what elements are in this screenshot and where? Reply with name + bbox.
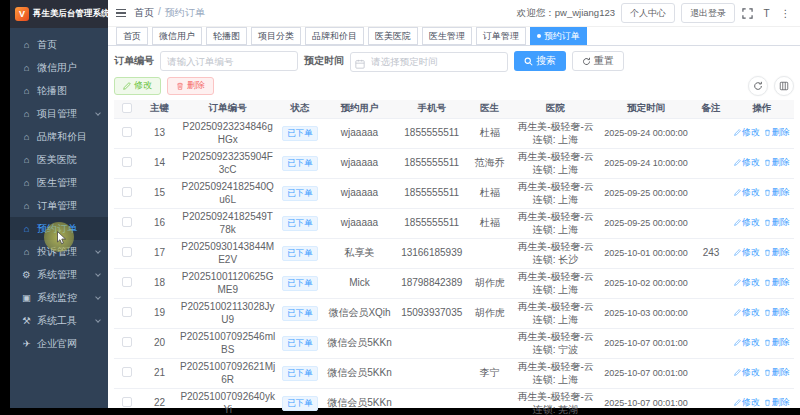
row-edit-link[interactable]: 修改 <box>734 127 760 138</box>
row-edit-link[interactable]: 修改 <box>734 157 760 168</box>
select-all-checkbox[interactable] <box>122 103 132 113</box>
username: pw_wjiang123 <box>555 7 615 18</box>
row-delete-link[interactable]: 删除 <box>764 217 790 228</box>
row-checkbox[interactable] <box>122 187 132 197</box>
welcome-text: 欢迎您：pw_wjiang123 <box>517 7 615 20</box>
cell-id: 21 <box>140 359 178 389</box>
row-edit-link[interactable]: 修改 <box>734 367 760 378</box>
row-checkbox[interactable] <box>122 217 132 227</box>
row-delete-link[interactable]: 删除 <box>764 157 790 168</box>
cell-phone: 18798842389 <box>396 269 468 299</box>
search-button[interactable]: 搜索 <box>514 51 566 71</box>
status-badge: 已下单 <box>282 336 318 351</box>
menu-item-icon: ⌂ <box>21 154 32 165</box>
order-no-input[interactable] <box>160 51 298 71</box>
row-delete-link[interactable]: 删除 <box>764 367 790 378</box>
menu-item-icon: ⌂ <box>21 177 32 188</box>
sidebar-menu-item[interactable]: ▣ 系统监控 <box>10 286 108 309</box>
sidebar-menu-item[interactable]: ⌂ 项目管理 <box>10 102 108 125</box>
menu-item-icon: ⌂ <box>21 85 32 96</box>
sidebar-menu-item[interactable]: ⌂ 订单管理 <box>10 194 108 217</box>
sidebar-menu-item[interactable]: ⌂ 预约订单 <box>10 217 108 240</box>
row-delete-link[interactable]: 删除 <box>764 247 790 258</box>
row-checkbox[interactable] <box>122 397 132 407</box>
refresh-icon <box>582 57 591 66</box>
row-edit-link[interactable]: 修改 <box>734 277 760 288</box>
sidebar-menu-item[interactable]: ⌂ 微信用户 <box>10 56 108 79</box>
row-delete-link[interactable]: 删除 <box>764 337 790 348</box>
cell-id: 20 <box>140 329 178 359</box>
tab[interactable]: 医生管理 <box>422 27 472 45</box>
row-checkbox[interactable] <box>122 307 132 317</box>
cell-user: wjaaaaa <box>323 179 396 209</box>
cell-hospital: 再生美-极轻奢-云连锁: 宁波 <box>512 329 599 359</box>
row-checkbox[interactable] <box>122 367 132 377</box>
pen-icon <box>734 249 741 256</box>
row-checkbox[interactable] <box>122 337 132 347</box>
cell-hospital: 再生美-极轻奢-云连锁: 上海 <box>512 179 599 209</box>
app-logo: V 再生美后台管理系统 <box>10 0 108 28</box>
column-settings-icon[interactable] <box>774 76 794 96</box>
pen-icon <box>123 82 131 90</box>
row-checkbox[interactable] <box>122 127 132 137</box>
cell-remark: 243 <box>693 239 729 269</box>
tab[interactable]: 微信用户 <box>152 27 202 45</box>
reserve-time-input[interactable] <box>350 52 508 72</box>
col-header-order-no: 订单编号 <box>179 100 277 119</box>
tab[interactable]: 预约订单 <box>530 27 587 45</box>
font-size-icon[interactable]: T <box>760 7 773 20</box>
cell-doctor <box>468 239 512 269</box>
trash-icon <box>764 159 771 166</box>
row-delete-link[interactable]: 删除 <box>764 187 790 198</box>
edit-button[interactable]: 修改 <box>114 77 161 95</box>
tab[interactable]: 首页 <box>116 27 148 45</box>
tab[interactable]: 医美医院 <box>368 27 418 45</box>
row-delete-link[interactable]: 删除 <box>764 277 790 288</box>
sidebar-menu-item[interactable]: ⚙ 系统管理 <box>10 263 108 286</box>
sidebar-menu-item[interactable]: ⌂ 轮播图 <box>10 79 108 102</box>
sidebar-menu-item[interactable]: ⚒ 系统工具 <box>10 309 108 332</box>
cell-time: 2025-09-25 00:00:00 <box>599 179 693 209</box>
row-delete-link[interactable]: 删除 <box>764 307 790 318</box>
sidebar-menu-item[interactable]: ⌂ 投诉管理 <box>10 240 108 263</box>
fullscreen-icon[interactable] <box>741 7 754 20</box>
row-edit-link[interactable]: 修改 <box>734 187 760 198</box>
row-edit-link[interactable]: 修改 <box>734 217 760 228</box>
row-checkbox[interactable] <box>122 247 132 257</box>
sidebar-menu-item[interactable]: ⌂ 医生管理 <box>10 171 108 194</box>
row-edit-link[interactable]: 修改 <box>734 307 760 318</box>
cell-hospital: 再生美-极轻奢-云连锁: 上海 <box>512 299 599 329</box>
more-options-icon[interactable]: ⋮ <box>779 7 792 20</box>
tab[interactable]: 品牌和价目 <box>305 27 364 45</box>
tab-active-dot <box>537 34 541 38</box>
delete-button[interactable]: 删除 <box>167 77 214 95</box>
logout-button[interactable]: 退出登录 <box>681 3 735 23</box>
row-edit-link[interactable]: 修改 <box>734 247 760 258</box>
reset-button[interactable]: 重置 <box>572 51 624 71</box>
profile-button[interactable]: 个人中心 <box>621 3 675 23</box>
top-navbar: 首页 / 预约订单 欢迎您：pw_wjiang123 个人中心 退出登录 T ⋮ <box>108 0 800 26</box>
row-edit-link[interactable]: 修改 <box>734 397 760 408</box>
col-header-remark: 备注 <box>693 100 729 119</box>
refresh-table-icon[interactable] <box>748 76 768 96</box>
breadcrumb-home[interactable]: 首页 <box>134 6 154 20</box>
row-checkbox[interactable] <box>122 157 132 167</box>
menu-item-icon: ⌂ <box>21 131 32 142</box>
cell-phone: 1855555511 <box>396 179 468 209</box>
tab[interactable]: 订单管理 <box>476 27 526 45</box>
menu-item-label: 系统工具 <box>37 314 77 328</box>
cell-id: 14 <box>140 149 178 179</box>
sidebar-menu-item[interactable]: ✈ 企业官网 <box>10 332 108 355</box>
row-edit-link[interactable]: 修改 <box>734 337 760 348</box>
sidebar-menu-item[interactable]: ⌂ 品牌和价目 <box>10 125 108 148</box>
tab-label: 微信用户 <box>159 30 195 43</box>
tab[interactable]: 项目分类 <box>251 27 301 45</box>
sidebar-menu-item[interactable]: ⌂ 首页 <box>10 33 108 56</box>
row-delete-link[interactable]: 删除 <box>764 127 790 138</box>
sidebar-toggle-icon[interactable] <box>116 9 126 18</box>
sidebar-menu-item[interactable]: ⌂ 医美医院 <box>10 148 108 171</box>
cell-time: 2025-10-03 00:00:00 <box>599 299 693 329</box>
tab[interactable]: 轮播图 <box>206 27 247 45</box>
row-delete-link[interactable]: 删除 <box>764 397 790 408</box>
row-checkbox[interactable] <box>122 277 132 287</box>
